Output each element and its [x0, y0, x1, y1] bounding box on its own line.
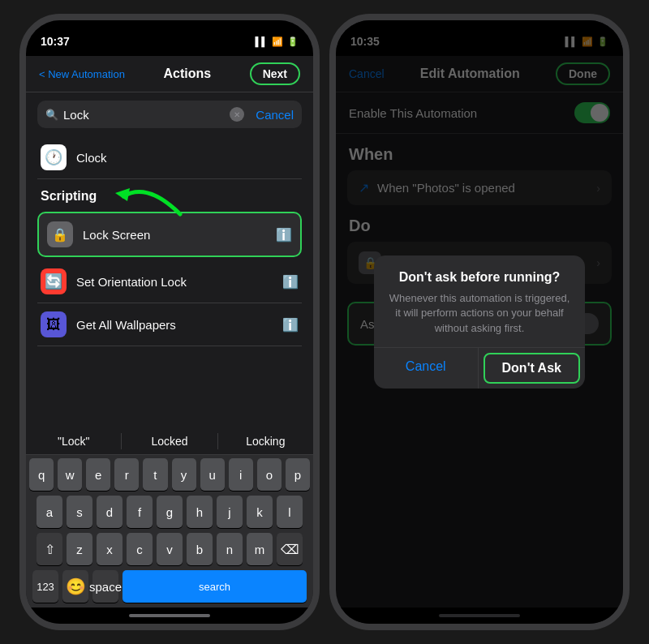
home-bar-1: [129, 614, 210, 617]
key-s[interactable]: s: [67, 496, 92, 528]
nav-bar-1: < New Automation Actions Next: [26, 56, 313, 92]
key-z[interactable]: z: [67, 533, 92, 565]
dynamic-island-1: [133, 28, 206, 48]
battery-icon: 🔋: [287, 36, 299, 47]
bottom-row: 123 😊 space search: [29, 570, 310, 603]
wallpapers-label: Get All Wallpapers: [76, 318, 273, 332]
key-c[interactable]: c: [127, 533, 153, 565]
dialog-dontask-button[interactable]: Don't Ask: [484, 353, 581, 384]
clock-icon: 🕐: [41, 144, 67, 170]
search-cancel-button[interactable]: Cancel: [249, 108, 294, 122]
search-input[interactable]: Lock: [63, 108, 225, 122]
key-123[interactable]: 123: [32, 570, 58, 603]
phone-1-content: < New Automation Actions Next 🔍 Lock ✕ C…: [26, 56, 313, 624]
search-button[interactable]: search: [122, 570, 307, 603]
search-area: 🔍 Lock ✕ Cancel: [26, 92, 313, 136]
orientation-label: Set Orientation Lock: [76, 275, 273, 289]
dialog-overlay: Don't ask before running? Whenever this …: [336, 56, 623, 624]
lock-screen-info-icon[interactable]: ℹ️: [276, 227, 292, 243]
key-row-2: a s d f g h j k l: [29, 496, 310, 528]
dialog-buttons: Cancel Don't Ask: [374, 347, 585, 389]
key-u[interactable]: u: [200, 458, 225, 491]
key-q[interactable]: q: [29, 458, 54, 491]
keyboard: "Lock" Locked Locking q w e r t y u i o …: [26, 428, 313, 608]
dialog-box: Don't ask before running? Whenever this …: [374, 255, 585, 389]
orientation-info-icon[interactable]: ℹ️: [282, 274, 299, 290]
key-i[interactable]: i: [229, 458, 253, 491]
phone-1: 10:37 ▌▌ 📶 🔋 < New Automation Actions Ne…: [19, 14, 320, 630]
key-shift[interactable]: ⇧: [37, 533, 62, 565]
signal-icon: ▌▌: [255, 36, 268, 46]
phone-2: 10:35 ▌▌ 📶 🔋 Cancel Edit Automation Done…: [329, 14, 630, 630]
clock-label: Clock: [76, 151, 299, 165]
key-x[interactable]: x: [97, 533, 122, 565]
back-button-1[interactable]: < New Automation: [39, 68, 125, 80]
key-space[interactable]: space: [92, 570, 118, 603]
key-j[interactable]: j: [217, 496, 243, 528]
key-m[interactable]: m: [247, 533, 273, 565]
lock-screen-item[interactable]: 🔒 Lock Screen ℹ️: [37, 212, 302, 257]
dialog-title: Don't ask before running?: [374, 255, 585, 291]
key-delete[interactable]: ⌫: [277, 533, 303, 565]
phone-2-content: Cancel Edit Automation Done Enable This …: [336, 56, 623, 624]
key-d[interactable]: d: [97, 496, 122, 528]
key-v[interactable]: v: [157, 533, 183, 565]
key-a[interactable]: a: [37, 496, 62, 528]
wallpapers-icon: 🖼: [41, 311, 67, 337]
key-o[interactable]: o: [257, 458, 282, 491]
lock-icon: 🔒: [47, 221, 73, 247]
result-orientation[interactable]: 🔄 Set Orientation Lock ℹ️: [37, 260, 302, 303]
scripting-header: Scripting: [37, 179, 302, 208]
orientation-icon: 🔄: [41, 268, 67, 294]
search-bar[interactable]: 🔍 Lock ✕ Cancel: [37, 101, 302, 128]
key-h[interactable]: h: [187, 496, 213, 528]
key-e[interactable]: e: [86, 458, 110, 491]
autocorrect-2[interactable]: Locking: [218, 433, 313, 449]
key-w[interactable]: w: [58, 458, 82, 491]
search-icon: 🔍: [45, 109, 58, 121]
status-icons-1: ▌▌ 📶 🔋: [255, 36, 299, 47]
key-n[interactable]: n: [217, 533, 243, 565]
lock-screen-label: Lock Screen: [83, 228, 266, 242]
key-f[interactable]: f: [127, 496, 153, 528]
wifi-icon: 📶: [272, 36, 283, 47]
search-clear-button[interactable]: ✕: [230, 107, 244, 122]
home-indicator-1: [26, 608, 313, 624]
key-row-1: q w e r t y u i o p: [29, 458, 310, 491]
key-g[interactable]: g: [157, 496, 183, 528]
results-list: 🕐 Clock Scripting 🔒 Lock Screen ℹ️ 🔄 Set…: [26, 136, 313, 428]
nav-title-1: Actions: [163, 67, 211, 81]
key-p[interactable]: p: [286, 458, 310, 491]
key-k[interactable]: k: [247, 496, 273, 528]
key-b[interactable]: b: [187, 533, 213, 565]
result-clock[interactable]: 🕐 Clock: [37, 136, 302, 179]
wallpapers-info-icon[interactable]: ℹ️: [282, 317, 299, 333]
key-l[interactable]: l: [277, 496, 303, 528]
dialog-cancel-button[interactable]: Cancel: [374, 348, 479, 389]
autocorrect-1[interactable]: Locked: [122, 433, 217, 449]
status-bar-1: 10:37 ▌▌ 📶 🔋: [26, 20, 313, 56]
key-t[interactable]: t: [143, 458, 167, 491]
key-row-3: ⇧ z x c v b n m ⌫: [29, 533, 310, 565]
key-y[interactable]: y: [172, 458, 196, 491]
next-button[interactable]: Next: [250, 62, 300, 85]
autocorrect-0[interactable]: "Lock": [26, 433, 122, 449]
key-r[interactable]: r: [114, 458, 139, 491]
status-time-1: 10:37: [41, 35, 70, 48]
result-wallpapers[interactable]: 🖼 Get All Wallpapers ℹ️: [37, 303, 302, 346]
dialog-body: Whenever this automation is triggered, i…: [374, 291, 585, 347]
key-emoji[interactable]: 😊: [62, 570, 88, 603]
autocorrect-row: "Lock" Locked Locking: [26, 428, 313, 455]
key-rows: q w e r t y u i o p a s d f g h: [26, 455, 313, 608]
